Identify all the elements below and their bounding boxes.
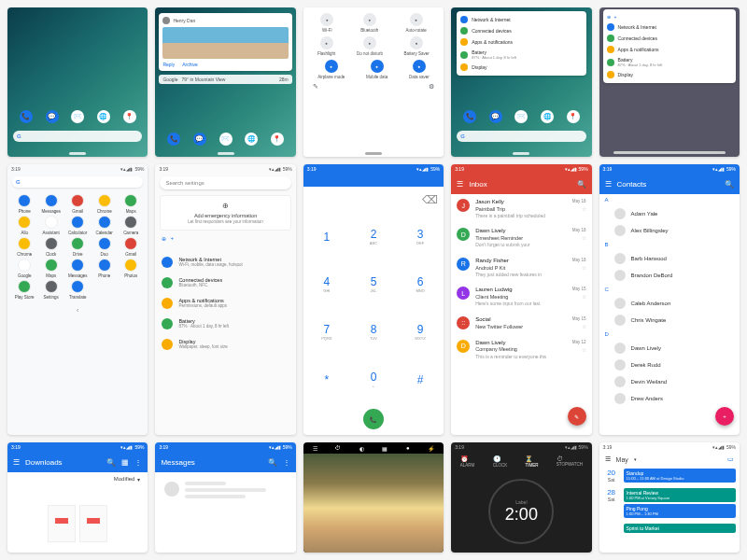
edit-icon[interactable]: ✎ [313,83,318,91]
dialpad-key[interactable]: # [397,356,444,403]
menu-icon[interactable]: ☰ [313,445,317,452]
sort-dropdown[interactable]: Modified▾ [7,472,148,486]
qs-tile[interactable]: ●Airplane mode [317,60,345,79]
motion-icon[interactable]: ● [406,445,410,451]
expand-icon[interactable]: ⊕ [607,14,611,20]
search-icon[interactable]: 🔍 [106,458,116,467]
settings-row[interactable]: Battery87% · About 1 day, 8 hr left [460,48,582,62]
qs-tile[interactable]: ●Flashlight [317,36,335,56]
dialpad-key[interactable]: 6MNO [397,260,444,308]
qs-tile[interactable]: ●Data saver [409,60,430,79]
calendar-date[interactable]: 28Sat [603,488,620,520]
gmail-icon[interactable]: ✉️ [219,133,233,146]
add-icon[interactable]: + [170,235,174,242]
flash-icon[interactable]: ⚡ [428,445,434,452]
app-icon[interactable]: Gmail [64,194,91,214]
calendar-event[interactable]: Standup11:00 – 11:30 AM at Design Studio [624,469,736,483]
maps-icon[interactable]: 📍 [271,133,284,146]
settings-row[interactable]: Display [607,69,732,80]
app-icon[interactable]: Phone [11,194,37,214]
contact-item[interactable]: Devin Weiland [599,373,740,390]
messages-icon[interactable]: 💬 [489,110,502,123]
camera-viewfinder[interactable] [303,454,444,553]
archive-button[interactable]: Archive [182,62,198,67]
dialpad-key[interactable]: 2ABC [350,213,397,260]
nav-pill[interactable] [218,152,234,155]
compose-fab[interactable]: ✎ [568,407,586,426]
overflow-icon[interactable]: ⋮ [134,458,142,467]
search-icon[interactable]: 🔍 [268,458,277,467]
google-search-bar[interactable]: G [13,131,142,142]
download-item[interactable] [79,505,107,542]
timer-icon[interactable]: ⏱ [335,445,341,451]
dialpad-key[interactable]: 1 [303,213,350,260]
chrome-icon[interactable]: 🌐 [97,110,110,123]
dialpad-key[interactable]: 5JKL [350,260,397,308]
app-icon[interactable]: Camera [118,216,144,235]
dialpad-key[interactable]: 8TUV [350,308,397,356]
expand-icon[interactable]: ⊕ [162,235,166,242]
download-item[interactable] [48,505,76,542]
contact-item[interactable]: Drew Anders [599,390,740,407]
settings-row[interactable]: Battery87% · About 1 day, 8 hr left [607,55,732,69]
calendar-event[interactable]: Ping Pong1:00 PM – 1:30 PM [624,504,736,518]
add-contact-fab[interactable]: + [715,407,734,426]
settings-item[interactable]: Connected devicesBluetooth, NFC [160,273,290,293]
qs-tile[interactable]: ●Bluetooth [360,13,378,33]
dialpad-key[interactable]: 7PQRS [303,308,350,356]
mail-item[interactable]: JJason KellyPaintball TripThere is a pai… [451,194,591,223]
app-icon[interactable]: Translate [64,280,91,300]
clock-tab[interactable]: ⏱STOPWATCH [557,455,583,467]
clock-tab[interactable]: ⏰ALARM [460,455,475,468]
contact-item[interactable]: Chris Wingate [599,312,740,329]
contact-item[interactable]: Adam Yale [599,205,740,222]
hdr-icon[interactable]: ◐ [359,445,364,452]
dialpad-key[interactable]: 9WXYZ [397,308,444,356]
app-icon[interactable]: Photos [118,259,144,278]
call-button[interactable]: 📞 [363,409,384,429]
app-icon[interactable]: Gmail [118,237,144,257]
weather-chip[interactable]: Google 79° in Mountain View 28m [159,75,291,84]
app-icon[interactable]: Calculator [64,216,91,235]
search-icon[interactable]: 🔍 [577,180,586,189]
mail-item[interactable]: LLauren LudwigClient MeetingHere's some … [451,282,591,311]
star-icon[interactable]: ☆ [582,264,586,271]
google-search-bar[interactable]: G [457,131,585,142]
view-icon[interactable]: ▦ [121,458,129,467]
menu-icon[interactable]: ☰ [457,180,463,189]
messages-icon[interactable]: 💬 [46,110,59,123]
menu-icon[interactable]: ☰ [605,180,612,189]
contact-item[interactable]: Dawn Lively [599,340,740,357]
maps-icon[interactable]: 📍 [123,110,136,123]
settings-row[interactable]: Display [460,62,582,73]
contact-item[interactable]: Alex Billingsley [599,222,740,239]
app-icon[interactable]: Clock [37,237,63,257]
star-icon[interactable]: ☆ [582,234,586,241]
app-icon[interactable]: Google [11,259,37,278]
chrome-icon[interactable]: 🌐 [541,110,554,123]
qs-tile[interactable]: ●Mobile data [366,60,388,79]
settings-row[interactable]: Network & Internet [607,21,732,33]
app-icon[interactable]: Maps [118,194,144,214]
qs-tile[interactable]: ●Do not disturb [357,36,383,56]
nav-pill[interactable] [69,152,86,155]
settings-row[interactable]: Apps & notifications [460,36,582,48]
app-icon[interactable]: Settings [37,280,63,300]
settings-item[interactable]: Network & InternetWi-Fi, mobile, data us… [160,252,290,273]
clock-tab[interactable]: ⏳TIMER [525,455,538,468]
grid-icon[interactable]: ▦ [382,445,388,452]
app-icon[interactable]: Maps [37,259,63,278]
menu-icon[interactable]: ☰ [13,458,20,467]
dialpad-key[interactable]: * [303,356,350,403]
settings-item[interactable]: Battery87% · About 1 day, 8 hr left [160,314,290,334]
mail-item[interactable]: ::SocialNew Twitter FollowerMay 15☆ [451,312,591,335]
nav-pill[interactable] [613,151,726,154]
phone-icon[interactable]: 📞 [463,110,476,123]
maps-icon[interactable]: 📍 [567,110,580,123]
app-icon[interactable]: Play Store [11,280,37,300]
dialpad-key[interactable]: 3DEF [397,213,444,260]
app-icon[interactable]: Phone [91,259,117,278]
app-icon[interactable]: Allo [11,216,37,235]
dialpad-key[interactable]: 0+ [350,356,397,403]
settings-row[interactable]: Connected devices [607,33,732,44]
